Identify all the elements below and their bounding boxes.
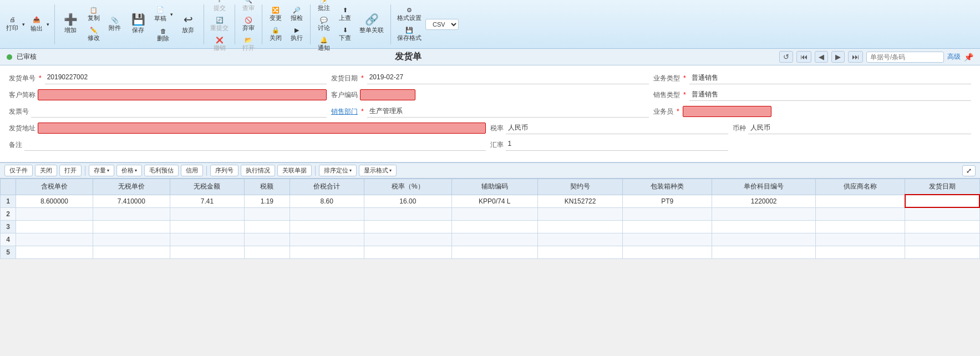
table-cell-contract_no[interactable] [537, 246, 623, 258]
table-cell-total_price[interactable] [290, 246, 364, 258]
table-cell-tax_amount[interactable] [245, 207, 290, 220]
up-button[interactable]: ⬆ 上查 [335, 5, 355, 24]
attach-button[interactable]: 📎 附件 [105, 15, 125, 34]
next-record-button[interactable]: ▶ [831, 51, 845, 63]
table-cell-unit_subject_code[interactable]: 1220002 [712, 195, 816, 207]
cancel-submit-button[interactable]: ❌ 撤销 [207, 35, 231, 54]
inspect-button[interactable]: 🔎 报检 [287, 5, 307, 24]
copy-button[interactable]: 📋 复制 [84, 5, 104, 24]
table-cell-aux_code[interactable] [451, 207, 537, 220]
table-cell-total_price[interactable] [290, 233, 364, 246]
table-cell-unit_price_tax[interactable] [16, 246, 93, 258]
table-cell-aux_code[interactable] [451, 220, 537, 233]
notify-button[interactable]: 🔔 通知 [314, 35, 334, 54]
table-cell-unit_subject_code[interactable] [712, 220, 816, 233]
table-row[interactable]: 5 [1, 246, 980, 258]
open-audit-button[interactable]: 📂 打开 [238, 35, 258, 54]
abandon-button[interactable]: 🚫 弃审 [238, 15, 258, 34]
credit-button[interactable]: 信用 [181, 165, 203, 176]
table-cell-tax_amount[interactable]: 1.19 [245, 195, 290, 207]
last-record-button[interactable]: ⏭ [848, 51, 863, 63]
table-cell-unit_price_tax[interactable] [16, 233, 93, 246]
table-cell-unit_price_tax[interactable] [16, 207, 93, 220]
annotate-button[interactable]: 📝 批注 [314, 0, 334, 14]
table-cell-contract_no[interactable] [537, 233, 623, 246]
gross-profit-button[interactable]: 毛利预估 [144, 165, 179, 176]
delete-button[interactable]: 🗑 删除 [151, 26, 175, 44]
table-cell-ship_date_col[interactable] [905, 233, 979, 246]
table-cell-ship_date_col[interactable] [905, 195, 979, 207]
table-row[interactable]: 4 [1, 233, 980, 246]
table-cell-pkg_type[interactable]: PT9 [623, 195, 712, 207]
expand-table-button[interactable]: ⤢ [962, 165, 976, 176]
table-cell-supplier_name[interactable] [816, 233, 905, 246]
print-button[interactable]: 🖨 打印 [3, 14, 21, 34]
table-cell-row_num[interactable]: 3 [1, 220, 16, 233]
table-cell-unit_price_tax[interactable] [16, 220, 93, 233]
table-cell-tax_rate_pct[interactable]: 16.00 [364, 195, 451, 207]
table-cell-row_num[interactable]: 5 [1, 246, 16, 258]
table-cell-aux_code[interactable] [451, 246, 537, 258]
table-cell-tax_rate_pct[interactable] [364, 233, 451, 246]
discard-button[interactable]: ↩ 放弃 [176, 12, 200, 37]
table-cell-tax_rate_pct[interactable] [364, 207, 451, 220]
table-cell-unit_subject_code[interactable] [712, 207, 816, 220]
table-cell-pkg_type[interactable] [623, 220, 712, 233]
table-cell-aux_code[interactable]: KPP0/74 L [451, 195, 537, 207]
table-cell-unit_price_notax[interactable] [93, 233, 170, 246]
table-cell-supplier_name[interactable] [816, 207, 905, 220]
close-tbl-button[interactable]: 关闭 [35, 165, 57, 176]
modify-button[interactable]: ✏️ 修改 [84, 25, 104, 44]
discuss-button[interactable]: 💬 讨论 [314, 15, 334, 34]
seq-no-button[interactable]: 序列号 [210, 165, 238, 176]
format-settings-button[interactable]: ⚙ 格式设置 [394, 5, 424, 24]
link-button[interactable]: 🔗 整单关联 [356, 12, 387, 37]
table-cell-pkg_type[interactable] [623, 207, 712, 220]
table-cell-amount_notax[interactable] [170, 207, 244, 220]
table-cell-unit_price_tax[interactable]: 8.600000 [16, 195, 93, 207]
table-cell-total_price[interactable]: 8.60 [290, 195, 364, 207]
table-cell-supplier_name[interactable] [816, 220, 905, 233]
table-row[interactable]: 2 [1, 207, 980, 220]
table-cell-supplier_name[interactable] [816, 246, 905, 258]
table-cell-tax_amount[interactable] [245, 220, 290, 233]
search-input[interactable] [866, 52, 944, 63]
table-cell-tax_amount[interactable] [245, 246, 290, 258]
close-action-button[interactable]: 🔒 关闭 [266, 25, 286, 44]
table-cell-row_num[interactable]: 2 [1, 207, 16, 220]
table-cell-tax_rate_pct[interactable] [364, 246, 451, 258]
csv-select[interactable]: CSV [425, 19, 459, 30]
change-button[interactable]: 🔀 变更 [266, 5, 286, 24]
table-cell-amount_notax[interactable] [170, 220, 244, 233]
save-button[interactable]: 💾 保存 [126, 12, 150, 37]
table-cell-ship_date_col[interactable] [905, 246, 979, 258]
table-cell-contract_no[interactable] [537, 207, 623, 220]
audit-button[interactable]: 🔍 查审 [238, 0, 258, 14]
down-button[interactable]: ⬇ 下查 [335, 25, 355, 44]
sort-position-button[interactable]: 排序定位 ▾ [319, 165, 357, 176]
table-cell-row_num[interactable]: 1 [1, 195, 16, 207]
table-row[interactable]: 3 [1, 220, 980, 233]
table-cell-pkg_type[interactable] [623, 233, 712, 246]
add-button[interactable]: ➕ 增加 [58, 12, 83, 37]
pin-button[interactable]: 📌 [964, 53, 973, 62]
exec-status-button[interactable]: 执行情况 [241, 165, 275, 176]
print-arrow[interactable]: ▾ [21, 14, 27, 34]
table-cell-unit_price_notax[interactable]: 7.410000 [93, 195, 170, 207]
table-cell-unit_price_notax[interactable] [93, 246, 170, 258]
price-button[interactable]: 价格 ▾ [116, 165, 142, 176]
table-cell-unit_price_notax[interactable] [93, 207, 170, 220]
first-record-button[interactable]: ⏮ [796, 51, 811, 63]
table-cell-contract_no[interactable]: KN152722 [537, 195, 623, 207]
linked-doc-button[interactable]: 关联单据 [277, 165, 312, 176]
table-cell-pkg_type[interactable] [623, 246, 712, 258]
table-cell-unit_subject_code[interactable] [712, 246, 816, 258]
prev-record-button[interactable]: ◀ [815, 51, 828, 63]
table-cell-tax_rate_pct[interactable] [364, 220, 451, 233]
table-cell-row_num[interactable]: 4 [1, 233, 16, 246]
table-cell-ship_date_col[interactable] [905, 220, 979, 233]
table-cell-supplier_name[interactable] [816, 195, 905, 207]
table-cell-amount_notax[interactable] [170, 246, 244, 258]
table-row[interactable]: 18.6000007.4100007.411.198.6016.00KPP0/7… [1, 195, 980, 207]
table-cell-ship_date_col[interactable] [905, 207, 979, 220]
